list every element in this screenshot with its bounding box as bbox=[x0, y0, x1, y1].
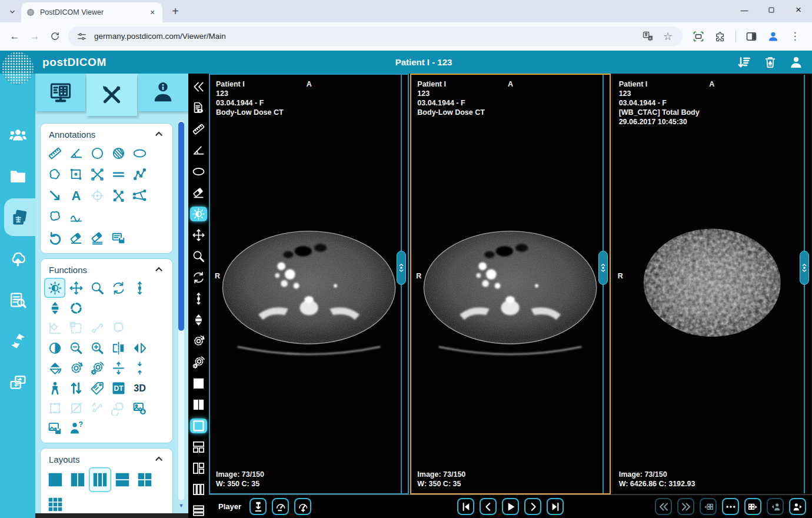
cross-tool-button[interactable] bbox=[86, 164, 108, 185]
collapse-section-icon[interactable] bbox=[154, 454, 164, 464]
rotate-tool-button[interactable] bbox=[108, 278, 129, 298]
circle-tool-button[interactable] bbox=[86, 142, 108, 164]
undo-shutter-tool-button[interactable] bbox=[108, 398, 129, 418]
bone-tool-button[interactable] bbox=[86, 318, 108, 338]
stack-scroll-tool-button[interactable] bbox=[44, 298, 65, 318]
patient-orientation-tool-button[interactable] bbox=[44, 378, 65, 398]
cobb-angle-tool-button[interactable] bbox=[129, 185, 150, 206]
sidebar-folders-button[interactable] bbox=[0, 157, 35, 195]
text-tool-button[interactable]: A bbox=[65, 185, 86, 206]
rectangle-tool-button[interactable] bbox=[65, 164, 86, 185]
next-series-button[interactable] bbox=[677, 498, 694, 515]
series-scroll-handle[interactable] bbox=[397, 251, 406, 285]
polyline-tool-button[interactable] bbox=[129, 164, 150, 185]
bookmark-star-icon[interactable]: ☆ bbox=[661, 30, 674, 43]
reload-button[interactable] bbox=[45, 26, 65, 47]
sort-order-tool-button[interactable] bbox=[65, 378, 86, 398]
first-image-button[interactable] bbox=[457, 498, 474, 515]
layout-3col-button[interactable] bbox=[190, 482, 207, 497]
reset-transform-tool-button[interactable] bbox=[65, 358, 86, 378]
url-text[interactable]: germany.postdicom.com/Viewer/Main bbox=[94, 32, 634, 41]
previous-series-button[interactable] bbox=[655, 498, 672, 515]
series-scroll-handle[interactable] bbox=[800, 251, 809, 285]
length-tool-button[interactable] bbox=[44, 142, 65, 164]
series-scroll-handle[interactable] bbox=[598, 251, 608, 285]
erase-annotation-button[interactable] bbox=[65, 227, 86, 248]
bone-removal-tool-button[interactable] bbox=[86, 398, 108, 418]
previous-patient-button[interactable] bbox=[767, 498, 784, 515]
viewport-2-active[interactable]: Patient I123 03.04.1944 - FBody-Low Dose… bbox=[410, 74, 610, 494]
browser-tab[interactable]: PostDICOM Viewer × bbox=[21, 2, 162, 22]
tab-tools-button[interactable] bbox=[86, 74, 137, 116]
new-tab-button[interactable]: + bbox=[167, 3, 184, 19]
bounding-box-tool-button[interactable] bbox=[44, 398, 65, 418]
forward-button[interactable]: → bbox=[25, 26, 45, 47]
tab-search-button[interactable] bbox=[5, 4, 20, 19]
layout-split-button[interactable] bbox=[190, 461, 207, 476]
closed-freehand-tool-button[interactable] bbox=[44, 206, 65, 227]
undo-annotation-button[interactable] bbox=[44, 227, 65, 248]
viewport-1[interactable]: Patient I123 03.04.1944 - FBody-Low Dose… bbox=[209, 74, 409, 494]
freehand-tool-button[interactable] bbox=[44, 164, 65, 185]
save-annotations-button[interactable] bbox=[108, 227, 129, 248]
sidebar-upload-button[interactable] bbox=[0, 240, 35, 277]
crop-tool-button[interactable] bbox=[65, 398, 86, 418]
tab-patient-info-button[interactable] bbox=[138, 74, 188, 111]
reset-transform-button[interactable] bbox=[190, 334, 207, 348]
panel-scrollbar[interactable] bbox=[178, 121, 184, 500]
play-button[interactable] bbox=[502, 498, 519, 515]
flip-vertical-tool-button[interactable] bbox=[129, 338, 150, 358]
save-image-tool-button[interactable] bbox=[44, 418, 65, 438]
arrow-tool-button[interactable] bbox=[44, 185, 65, 206]
histogram-window-tool-button[interactable] bbox=[44, 318, 65, 338]
next-image-button[interactable] bbox=[524, 498, 541, 515]
layout-1x2-button[interactable] bbox=[66, 467, 89, 492]
length-tool-button[interactable] bbox=[190, 122, 207, 137]
close-window-button[interactable]: × bbox=[785, 0, 812, 20]
sidebar-sync-button[interactable] bbox=[0, 322, 35, 360]
window-level-tool-button[interactable] bbox=[44, 278, 65, 298]
dt-tool-button[interactable]: DT bbox=[108, 378, 129, 398]
side-panel-icon[interactable] bbox=[745, 30, 758, 43]
previous-study-layout-button[interactable] bbox=[700, 498, 717, 515]
erase-all-annotations-button[interactable] bbox=[86, 227, 108, 248]
tag-tool-button[interactable] bbox=[86, 378, 108, 398]
more-options-button[interactable] bbox=[722, 498, 739, 515]
pan-tool-button[interactable] bbox=[65, 278, 86, 298]
layout-2x1-button[interactable] bbox=[111, 467, 134, 492]
window-level-tool-button[interactable] bbox=[190, 207, 207, 221]
scroll-tool-button[interactable] bbox=[129, 278, 150, 298]
panel-scrollbar-thumb[interactable] bbox=[178, 122, 184, 331]
tab-display-settings-button[interactable] bbox=[35, 74, 85, 111]
previous-image-button[interactable] bbox=[480, 498, 497, 515]
flip-horizontal-tool-button[interactable] bbox=[108, 338, 129, 358]
browser-menu-icon[interactable]: ⋮ bbox=[788, 30, 801, 43]
intersecting-lines-tool-button[interactable] bbox=[108, 185, 129, 206]
collapse-section-icon[interactable] bbox=[154, 129, 164, 140]
three-d-tool-button[interactable]: 3D bbox=[129, 378, 150, 398]
stack-scroll-tool-button[interactable] bbox=[190, 313, 207, 327]
sidebar-patients-button[interactable] bbox=[0, 116, 35, 154]
layout-2x2-button[interactable] bbox=[134, 467, 156, 492]
profile-avatar-icon[interactable] bbox=[767, 30, 780, 43]
angle-tool-button[interactable] bbox=[190, 143, 207, 158]
extensions-icon[interactable] bbox=[714, 30, 727, 43]
next-patient-button[interactable] bbox=[789, 498, 806, 515]
address-bar[interactable]: germany.postdicom.com/Viewer/Main A ☆ bbox=[68, 26, 683, 47]
scroll-down-icon[interactable]: ▼ bbox=[178, 503, 184, 509]
expand-vertical-tool-button[interactable] bbox=[108, 358, 129, 378]
magnify-tool-button[interactable] bbox=[86, 278, 108, 298]
next-study-layout-button[interactable] bbox=[744, 498, 761, 515]
site-settings-icon[interactable] bbox=[76, 31, 87, 42]
reset-window-button[interactable] bbox=[190, 355, 207, 370]
layout-rows-button[interactable] bbox=[190, 503, 207, 518]
zoom-out-tool-button[interactable] bbox=[65, 338, 86, 358]
layout-1-2-button[interactable] bbox=[190, 440, 207, 454]
maximize-button[interactable] bbox=[758, 0, 785, 20]
patient-query-tool-button[interactable]: ? bbox=[65, 418, 86, 438]
filled-circle-tool-button[interactable] bbox=[108, 142, 129, 164]
minimize-button[interactable]: — bbox=[731, 0, 758, 20]
layout-1x3-button[interactable] bbox=[89, 467, 111, 492]
ellipse-tool-button[interactable] bbox=[190, 164, 207, 179]
invert-tool-button[interactable] bbox=[44, 338, 65, 358]
